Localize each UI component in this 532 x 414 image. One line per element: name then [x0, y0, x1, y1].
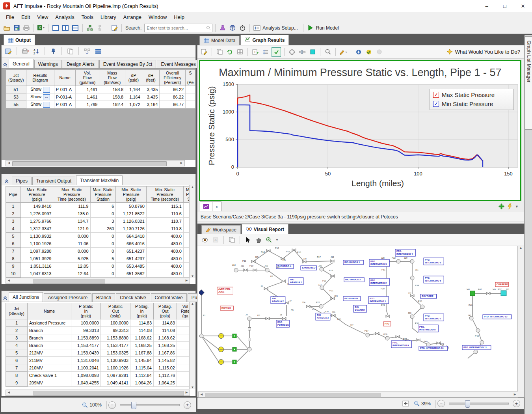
what-would-you-like-link[interactable]: What Would You Like to Do?	[455, 49, 520, 55]
minimize-button[interactable]: –	[478, 0, 496, 12]
update-graph-icon[interactable]	[365, 48, 373, 56]
zoom-in-button[interactable]: +	[184, 401, 191, 409]
menu-item-window[interactable]: Window	[145, 13, 170, 22]
stopwatch-icon[interactable]	[238, 24, 247, 32]
diagram-vlv-marker[interactable]	[292, 249, 296, 252]
tab-model-data[interactable]: Model Data	[199, 36, 240, 45]
chart-legend[interactable]: ✓Max Static Pressure✓Min Static Pressure	[430, 89, 514, 110]
tab-control-valve[interactable]: Control Valve	[151, 293, 187, 302]
tab-graph-results[interactable]: Graph Results	[240, 35, 289, 45]
diagram-cir-marker[interactable]	[247, 347, 251, 351]
tab-design-alerts[interactable]: Design Alerts	[63, 60, 99, 68]
diagram-cir-marker[interactable]	[410, 276, 414, 280]
tab-warnings[interactable]: Warnings	[34, 60, 62, 68]
graph-list-manager-tab[interactable]: Graph List Manager	[525, 36, 532, 130]
diagram-vlv-marker[interactable]	[486, 292, 490, 295]
tab-transient-max-min[interactable]: Transient Max/Min	[76, 175, 123, 185]
diagram-vlv-marker[interactable]	[386, 315, 390, 318]
scroll-left-arrow[interactable]: ◄	[7, 278, 11, 282]
scroll-right-arrow[interactable]: ►	[513, 392, 517, 396]
scroll-right-arrow[interactable]: ►	[185, 390, 188, 394]
pipe-segment[interactable]	[237, 336, 248, 349]
column-header[interactable]: Mass Flow (lbm/sec)	[99, 70, 125, 86]
diagram-cir-marker[interactable]	[320, 286, 324, 290]
column-header[interactable]: Name	[28, 303, 71, 319]
diagram-cir-marker[interactable]	[480, 340, 484, 344]
pipe-segment[interactable]	[268, 282, 283, 287]
fit-view-icon[interactable]	[402, 399, 410, 408]
legend-checkbox[interactable]: ✓	[433, 92, 439, 98]
close-graph-tab-button[interactable]: x	[212, 201, 221, 211]
graph-chart-container[interactable]: Maximum / Minimum Pressure Static vs. Le…	[199, 60, 521, 201]
layout-vertical-icon[interactable]	[61, 24, 70, 32]
column-header[interactable]: P Static In (psig)	[71, 303, 101, 319]
tab-pipes[interactable]: Pipes	[12, 177, 32, 185]
diagram-cir-marker[interactable]	[319, 304, 323, 308]
diagram-vlv-marker[interactable]	[266, 250, 270, 252]
column-header[interactable]: Min. Static Pressure (psig)	[116, 186, 146, 203]
scroll-left-arrow[interactable]: ◄	[200, 392, 203, 396]
slider-widget-icon[interactable]	[298, 48, 307, 56]
diagram-vlv-marker[interactable]	[266, 317, 270, 320]
format-pen-icon[interactable]	[339, 48, 348, 56]
diagram-vlv-marker[interactable]	[282, 317, 286, 320]
column-header[interactable]: Max. Static Pressure (psig)	[20, 186, 53, 203]
column-header[interactable]: Overall Efficiency (Percent)	[160, 70, 186, 86]
workspace-tree-icon[interactable]	[86, 24, 94, 32]
graph-tab[interactable]	[200, 201, 212, 211]
menu-item-help[interactable]: Help	[170, 13, 188, 22]
save-icon[interactable]	[12, 24, 21, 32]
legend-entry[interactable]: ✓Max Static Pressure	[433, 91, 510, 98]
diagram-cir-marker[interactable]	[385, 336, 389, 340]
diagram-vlv-marker[interactable]	[330, 260, 334, 263]
zoom-dropdown-caret[interactable]: ▼	[275, 238, 279, 242]
diagram-vlv-marker[interactable]	[302, 261, 306, 263]
tab-event-messages-by-jct[interactable]: Event Messages By Jct	[99, 60, 156, 68]
scroll-left-arrow[interactable]: ◄	[7, 390, 11, 394]
column-header[interactable]: Max. Static Pressure Station	[90, 186, 116, 203]
diagram-vlv-marker[interactable]	[251, 260, 255, 263]
new-graph-plus-icon[interactable]	[499, 203, 504, 209]
pipe-segment[interactable]	[201, 336, 219, 362]
graph-options-icon[interactable]	[200, 48, 208, 56]
diagram-cir-marker[interactable]	[396, 259, 400, 263]
h-scrollbar-thumb[interactable]	[12, 161, 167, 166]
quick-graph-lightning-icon[interactable]	[508, 203, 512, 209]
column-header[interactable]: Min. Static Pressure Time (seconds)	[146, 186, 183, 203]
tab-visual-report[interactable]: Visual Report	[242, 224, 288, 234]
h-scrollbar-thumb[interactable]	[33, 391, 184, 396]
menu-item-tools[interactable]: Tools	[78, 13, 97, 22]
flask-icon[interactable]	[218, 24, 227, 32]
diagram-cir-marker[interactable]	[265, 268, 269, 272]
diagram-vlv-marker[interactable]	[244, 269, 247, 272]
results-diagram-button[interactable]: ...	[43, 102, 50, 108]
copy-diagram-icon[interactable]	[227, 236, 236, 244]
analysis-setup-icon[interactable]	[253, 24, 261, 32]
diagram-vlv-marker[interactable]	[416, 339, 420, 341]
rows-icon[interactable]	[94, 47, 102, 56]
results-diagram-button[interactable]: ...	[43, 87, 50, 93]
diagram-cir-marker[interactable]	[247, 317, 251, 321]
diagram-vlv-marker[interactable]	[331, 314, 335, 317]
diagram-cir-marker[interactable]	[469, 316, 473, 320]
scroll-right-arrow[interactable]: ►	[185, 278, 188, 282]
diagram-vlv-marker[interactable]	[331, 297, 335, 300]
pan-hand-icon[interactable]	[254, 236, 263, 244]
diagram-dia-marker[interactable]	[199, 290, 204, 295]
close-button[interactable]: ✕	[514, 0, 532, 12]
analysis-setup-button[interactable]: Analysis Setup...	[262, 25, 298, 31]
zoom-in-button[interactable]: +	[513, 400, 520, 407]
menu-item-arrange[interactable]: Arrange	[120, 13, 145, 22]
zoom-slider-thumb[interactable]	[131, 402, 136, 409]
legend-list-icon[interactable]	[261, 48, 270, 56]
diagram-vlv-marker[interactable]	[396, 336, 400, 338]
zoom-slider[interactable]	[449, 403, 509, 405]
print-icon[interactable]	[22, 24, 31, 32]
tab-all-junctions[interactable]: All Junctions	[9, 292, 43, 302]
diagram-vlv-marker[interactable]	[253, 269, 257, 272]
diagram-sq-marker[interactable]	[248, 328, 251, 330]
tab-transient-output[interactable]: Transient Output	[32, 177, 75, 185]
v-scrollbar[interactable]: ▲▼	[189, 185, 195, 278]
zoom-out-button[interactable]: −	[437, 400, 445, 407]
zoom-graph-icon[interactable]	[324, 48, 332, 56]
